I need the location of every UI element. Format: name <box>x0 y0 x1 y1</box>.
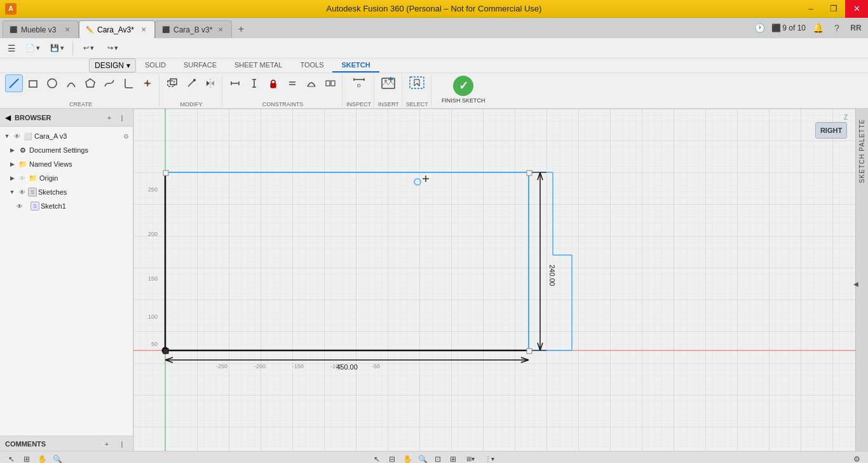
svg-text:D: D <box>357 83 361 88</box>
tab-cara-av3[interactable]: ✏️ Cara_Av3* ✕ <box>79 20 155 38</box>
view-cube[interactable]: Z RIGHT <box>812 114 850 152</box>
insert-image-tool[interactable] <box>379 74 397 92</box>
browser-expand-icon[interactable]: + <box>104 112 115 123</box>
expand-sketches[interactable]: ▼ <box>8 188 17 197</box>
rectangle-tool[interactable] <box>24 74 42 92</box>
svg-text:-250: -250 <box>216 363 227 370</box>
user-icon[interactable]: RR <box>849 21 863 35</box>
tab-close-cara-av3[interactable]: ✕ <box>139 25 148 34</box>
nav-prev[interactable]: ◀ <box>5 113 11 122</box>
lock-constraint[interactable] <box>264 74 282 92</box>
status-cursor-icon[interactable]: ↖ <box>5 453 18 464</box>
close-button[interactable]: ✕ <box>845 0 868 18</box>
tree-item-origin[interactable]: ▶ 👁 📁 Origin <box>0 171 133 185</box>
comments-collapse-icon[interactable]: | <box>116 438 128 450</box>
offset-tool[interactable] <box>163 74 181 92</box>
status-center-7[interactable]: ⊞▾ <box>462 453 478 464</box>
tab-label-cara-bv3: Cara_B v3* <box>173 25 212 34</box>
tree-item-sketches[interactable]: ▼ 👁 S Sketches <box>0 185 133 199</box>
select-tool[interactable] <box>408 74 426 92</box>
main-layout: ◀ BROWSER + | ▼ 👁 ⬜ Cara_A v3 ⚙ ▶ ⚙ Docu… <box>0 109 868 451</box>
eye-cara-a[interactable]: 👁 <box>13 132 22 141</box>
tree-item-cara-a-v3[interactable]: ▼ 👁 ⬜ Cara_A v3 ⚙ <box>0 129 133 143</box>
tab-close-mueble[interactable]: ✕ <box>63 25 72 34</box>
mirror-tool[interactable] <box>201 74 219 92</box>
tab-sketch[interactable]: SKETCH <box>332 59 379 73</box>
dimension-tool[interactable]: D <box>350 74 368 92</box>
arc-tool[interactable] <box>62 74 80 92</box>
svg-point-29 <box>384 79 387 82</box>
line-tool[interactable] <box>5 74 23 92</box>
restore-button[interactable]: ❐ <box>822 0 845 18</box>
tree-item-named-views[interactable]: ▶ 📁 Named Views <box>0 157 133 171</box>
settings-icon[interactable]: ⚙ <box>850 453 863 464</box>
browser-collapse-icon[interactable]: | <box>116 112 128 123</box>
svg-rect-34 <box>133 109 868 451</box>
finish-sketch-label: FINISH SKETCH <box>442 97 485 104</box>
sketch-palette-expand[interactable]: ◀ <box>852 280 860 287</box>
tab-mueble[interactable]: ⬛ Mueble v3 ✕ <box>3 20 79 38</box>
polygon-tool[interactable] <box>81 74 99 92</box>
status-center-5[interactable]: ⊡ <box>431 453 444 464</box>
canvas-area[interactable]: 250 200 150 100 50 -250 -200 -150 -100 -… <box>133 109 868 451</box>
cube-face-right[interactable]: RIGHT <box>815 122 847 139</box>
finish-sketch-button[interactable]: ✓ FINISH SKETCH <box>438 74 489 105</box>
status-zoom-icon[interactable]: 🔍 <box>51 453 64 464</box>
status-grid-snap-icon[interactable]: ⊞ <box>20 453 33 464</box>
settings-cara-a[interactable]: ⚙ <box>121 132 130 141</box>
new-button[interactable]: 📄▾ <box>22 40 44 57</box>
eye-sketches[interactable]: 👁 <box>18 188 27 197</box>
tab-sheet-metal[interactable]: SHEET METAL <box>226 59 291 73</box>
create-label: CREATE <box>69 101 92 107</box>
expand-doc-settings[interactable]: ▶ <box>8 146 17 155</box>
svg-text:-150: -150 <box>292 363 304 370</box>
help-icon[interactable]: ? <box>830 21 844 35</box>
icon-named-views: 📁 <box>18 159 28 169</box>
window-controls: – ❐ ✕ <box>799 0 868 18</box>
equal-constraint[interactable] <box>283 74 301 92</box>
notification-icon[interactable]: 🔔 <box>811 21 825 35</box>
design-dropdown[interactable]: DESIGN ▾ <box>89 59 136 73</box>
file-menu-button[interactable]: ☰ <box>3 40 20 57</box>
vertical-constraint[interactable] <box>245 74 263 92</box>
sketch-palette-label[interactable]: SKETCH PALETTE <box>857 114 867 188</box>
project-tool[interactable] <box>182 74 200 92</box>
status-center-3[interactable]: ✋ <box>401 453 414 464</box>
symmetry-constraint[interactable] <box>322 74 339 92</box>
undo-button[interactable]: ↩▾ <box>77 40 100 57</box>
fillet-tool[interactable] <box>119 74 137 92</box>
expand-origin[interactable]: ▶ <box>8 174 17 183</box>
tab-tools[interactable]: TOOLS <box>291 59 332 73</box>
status-center-8[interactable]: ⋮▾ <box>481 453 498 464</box>
eye-sketch1[interactable]: 👁 <box>15 202 24 211</box>
tree-item-doc-settings[interactable]: ▶ ⚙ Document Settings <box>0 143 133 157</box>
expand-named-views[interactable]: ▶ <box>8 160 17 169</box>
circle-tool[interactable] <box>43 74 61 92</box>
status-pan-icon[interactable]: ✋ <box>36 453 48 464</box>
label-named-views: Named Views <box>29 160 130 168</box>
new-tab-button[interactable]: + <box>232 20 250 38</box>
status-center-6[interactable]: ⊞ <box>447 453 459 464</box>
tab-cara-bv3[interactable]: ⬛ Cara_B v3* ✕ <box>155 20 232 38</box>
eye-origin[interactable]: 👁 <box>18 174 27 183</box>
tangent-constraint[interactable] <box>302 74 320 92</box>
tree-item-sketch1[interactable]: 👁 S Sketch1 <box>0 199 133 213</box>
status-center-2[interactable]: ⊟ <box>386 453 398 464</box>
tab-close-cara-bv3[interactable]: ✕ <box>216 25 225 34</box>
comments-add-icon[interactable]: + <box>101 438 112 450</box>
spline-tool[interactable] <box>100 74 118 92</box>
redo-icon: ↪ <box>107 44 113 52</box>
minimize-button[interactable]: – <box>799 0 822 18</box>
tab-surface[interactable]: SURFACE <box>175 59 226 73</box>
save-button[interactable]: 💾▾ <box>46 40 69 57</box>
tab-history-icon[interactable]: 🕐 <box>752 21 766 35</box>
expand-cara-a[interactable]: ▼ <box>3 132 11 141</box>
horizontal-constraint[interactable] <box>226 74 244 92</box>
status-center-4[interactable]: 🔍 <box>416 453 429 464</box>
redo-button[interactable]: ↪▾ <box>101 40 124 57</box>
browser-title: BROWSER <box>15 114 100 121</box>
status-center-1[interactable]: ↖ <box>370 453 383 464</box>
tab-solid[interactable]: SOLID <box>136 59 175 73</box>
trim-tool[interactable] <box>139 74 156 92</box>
toolbar-top: ☰ 📄▾ 💾▾ ↩▾ ↪▾ <box>0 38 868 59</box>
